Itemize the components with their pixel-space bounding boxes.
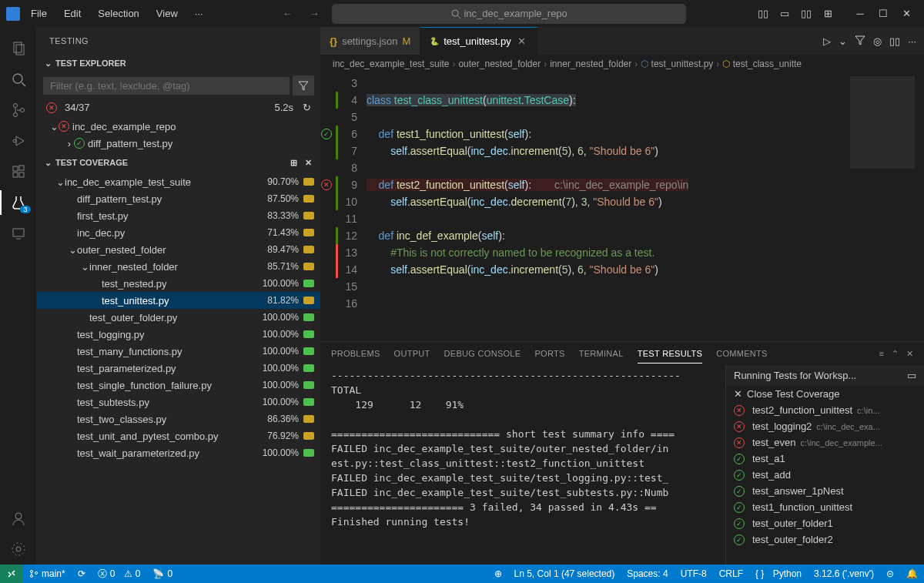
test-fail-icon[interactable]: ✕ <box>321 179 332 190</box>
test-result-item[interactable]: ✓test_a1 <box>726 451 924 467</box>
coverage-item[interactable]: test_nested.py100.00% <box>37 275 320 292</box>
activity-debug-icon[interactable] <box>0 126 37 156</box>
activity-extensions-icon[interactable] <box>0 156 37 187</box>
coverage-item[interactable]: ⌄inc_dec_example_test_suite90.70% <box>37 173 320 190</box>
minimap[interactable] <box>847 73 924 341</box>
coverage-item[interactable]: test_many_functions.py100.00% <box>37 343 320 360</box>
tab-settings-json[interactable]: {} settings.json M <box>320 27 420 55</box>
terminal-output[interactable]: ----------------------------------------… <box>320 365 725 565</box>
nav-back-icon[interactable]: ← <box>278 6 297 21</box>
test-tree-root[interactable]: ⌄ ✕ inc_dec_example_repo <box>37 118 320 135</box>
python-interpreter[interactable]: 3.12.6 ('.venv') <box>808 565 880 583</box>
activity-explorer-icon[interactable] <box>0 33 37 64</box>
breadcrumb-item[interactable]: outer_nested_folder <box>458 59 541 69</box>
coverage-item[interactable]: first_test.py83.33% <box>37 207 320 224</box>
test-coverage-header[interactable]: ⌄ TEST COVERAGE ⊞ ✕ <box>37 153 320 172</box>
copilot-icon[interactable]: ⊝ <box>880 565 900 583</box>
coverage-item[interactable]: test_single_function_failure.py100.00% <box>37 377 320 394</box>
coverage-item[interactable]: diff_pattern_test.py87.50% <box>37 190 320 207</box>
panel-tab-output[interactable]: OUTPUT <box>394 344 430 363</box>
indentation[interactable]: Spaces: 4 <box>621 565 674 583</box>
breadcrumb-item[interactable]: inc_dec_example_test_suite <box>333 59 449 69</box>
menu-selection[interactable]: Selection <box>92 5 145 22</box>
test-result-item[interactable]: ✓test1_function_unittest <box>726 499 924 515</box>
test-pass-icon[interactable]: ✓ <box>321 129 332 139</box>
window-minimize-icon[interactable]: ─ <box>849 2 872 25</box>
window-maximize-icon[interactable]: ☐ <box>872 2 895 25</box>
filter-icon[interactable] <box>293 75 314 95</box>
panel-collapse-icon[interactable]: ⌃ <box>892 349 899 359</box>
test-filter-input[interactable] <box>43 77 290 95</box>
cursor-position[interactable]: Ln 5, Col 1 (47 selected) <box>508 565 621 583</box>
coverage-item[interactable]: test_logging.py100.00% <box>37 326 320 343</box>
code-editor[interactable]: ✓✕ 345678910111213141516 class test_clas… <box>320 73 924 341</box>
activity-settings-icon[interactable] <box>0 534 37 565</box>
breadcrumb-item[interactable]: ⬡ test_unittest.py <box>641 59 713 69</box>
code-content[interactable]: class test_class_unittest(unittest.TestC… <box>367 73 924 341</box>
test-result-item[interactable]: ✓test_add <box>726 467 924 483</box>
coverage-item[interactable]: test_parameterized.py100.00% <box>37 360 320 377</box>
test-result-item[interactable]: ✕test2_function_unittest c:\in... <box>726 402 924 418</box>
command-center[interactable]: inc_dec_example_repo <box>332 4 686 24</box>
window-close-icon[interactable]: ✕ <box>895 2 918 25</box>
breadcrumbs[interactable]: inc_dec_example_test_suite › outer_neste… <box>320 55 924 73</box>
coverage-item[interactable]: test_subtests.py100.00% <box>37 394 320 410</box>
test-tree-item[interactable]: › ✓ diff_pattern_test.py <box>37 135 320 152</box>
run-dropdown-icon[interactable]: ⌄ <box>839 35 847 47</box>
panel-tab-test-results[interactable]: TEST RESULTS <box>638 344 703 364</box>
layout-panel-icon[interactable]: ▭ <box>776 5 793 22</box>
panel-options-icon[interactable]: ≡ <box>879 349 884 359</box>
coverage-item[interactable]: test_two_classes.py86.36% <box>37 410 320 427</box>
coverage-item[interactable]: ⌄outer_nested_folder89.47% <box>37 241 320 258</box>
more-icon[interactable]: ··· <box>908 35 916 47</box>
panel-tab-ports[interactable]: PORTS <box>534 344 564 363</box>
coverage-item[interactable]: ⌄inner_nested_folder85.71% <box>37 258 320 275</box>
notifications-icon[interactable]: 🔔 <box>900 565 924 583</box>
layout-toggle-left-icon[interactable]: ▯▯ <box>755 5 772 22</box>
nav-forward-icon[interactable]: → <box>305 6 324 21</box>
tab-test-unittest[interactable]: 🐍 test_unittest.py ✕ <box>420 27 537 55</box>
coverage-icon[interactable]: ◎ <box>873 35 882 47</box>
panel-tab-problems[interactable]: PROBLEMS <box>331 344 380 363</box>
close-coverage-button[interactable]: ✕ Close Test Coverage <box>726 386 924 402</box>
layout-customize-icon[interactable]: ⊞ <box>819 5 836 22</box>
menu-more[interactable]: ··· <box>189 5 209 22</box>
activity-remote-explorer-icon[interactable] <box>0 218 37 249</box>
panel-close-icon[interactable]: ✕ <box>906 349 913 359</box>
test-result-item[interactable]: ✓test_answer_1pNest <box>726 483 924 499</box>
coverage-item[interactable]: test_unittest.py81.82% <box>37 292 320 309</box>
close-icon[interactable]: ✕ <box>516 35 527 47</box>
activity-account-icon[interactable] <box>0 503 37 534</box>
activity-testing-icon[interactable]: 3 <box>0 187 37 218</box>
language-mode[interactable]: { } Python <box>749 565 808 583</box>
coverage-item[interactable]: inc_dec.py71.43% <box>37 224 320 241</box>
breadcrumb-item[interactable]: inner_nested_folder <box>550 59 631 69</box>
zoom-icon[interactable]: ⊕ <box>488 565 508 583</box>
git-branch[interactable]: main* <box>23 565 72 583</box>
expand-icon[interactable]: ▭ <box>907 370 916 381</box>
encoding[interactable]: UTF-8 <box>675 565 713 583</box>
test-result-item[interactable]: ✓test_outer_folder2 <box>726 531 924 548</box>
map-icon[interactable]: ⊞ <box>288 157 300 169</box>
split-editor-icon[interactable]: ▯▯ <box>889 35 900 47</box>
test-result-item[interactable]: ✓test_outer_folder1 <box>726 515 924 531</box>
breadcrumb-item[interactable]: ⬡ test_class_unitte <box>722 59 802 69</box>
remote-indicator[interactable] <box>0 565 23 583</box>
panel-tab-comments[interactable]: COMMENTS <box>716 344 768 363</box>
refresh-icon[interactable]: ↻ <box>303 102 311 113</box>
coverage-item[interactable]: test_unit_and_pytest_combo.py76.92% <box>37 427 320 444</box>
menu-view[interactable]: View <box>150 5 184 22</box>
panel-tab-debug-console[interactable]: DEBUG CONSOLE <box>444 344 521 363</box>
panel-tab-terminal[interactable]: TERMINAL <box>579 344 624 363</box>
coverage-item[interactable]: test_wait_parameterized.py100.00% <box>37 444 320 461</box>
layout-toggle-right-icon[interactable]: ▯▯ <box>798 5 815 22</box>
run-icon[interactable]: ▷ <box>823 35 831 47</box>
eol[interactable]: CRLF <box>713 565 749 583</box>
menu-edit[interactable]: Edit <box>58 5 87 22</box>
coverage-item[interactable]: test_outer_folder.py100.00% <box>37 309 320 326</box>
test-result-item[interactable]: ✕test_logging2 c:\inc_dec_exa... <box>726 418 924 434</box>
problems-status[interactable]: ⓧ0 ⚠0 <box>92 565 147 583</box>
close-icon[interactable]: ✕ <box>303 157 314 169</box>
filter-icon[interactable] <box>855 35 865 48</box>
sync-button[interactable]: ⟳ <box>72 565 92 583</box>
